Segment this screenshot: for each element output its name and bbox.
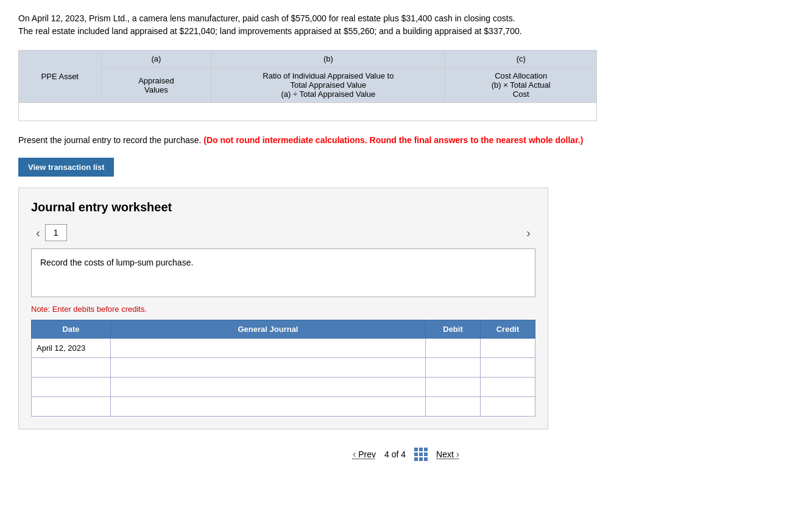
grid-icon[interactable] — [414, 448, 428, 461]
table-row — [32, 378, 535, 397]
prev-label[interactable]: Prev — [358, 449, 376, 459]
worksheet-title: Journal entry worksheet — [31, 200, 535, 214]
col-b-sub: Ratio of Individual Appraised Value toTo… — [211, 68, 445, 103]
ppe-allocation-table: PPE Asset (a) (b) (c) AppraisedValues Ra… — [18, 50, 597, 121]
intro-line1: On April 12, 2023, Prism Ltd., a camera … — [18, 13, 515, 23]
date-cell-2 — [32, 358, 111, 378]
debit-input-4[interactable] — [426, 397, 480, 416]
credit-cell-3[interactable] — [481, 378, 535, 397]
credit-cell-2[interactable] — [481, 358, 535, 378]
debit-cell-3[interactable] — [426, 378, 481, 397]
debit-cell-4[interactable] — [426, 397, 481, 417]
prev-chevron-icon: ‹ — [353, 449, 356, 459]
col-c-sub: Cost Allocation(b) × Total ActualCost — [445, 68, 597, 103]
table-row — [32, 397, 535, 417]
col-a-sub: AppraisedValues — [101, 68, 211, 103]
journal-input-1[interactable] — [111, 339, 425, 357]
next-chevron-icon: › — [456, 449, 459, 459]
general-journal-header: General Journal — [111, 320, 426, 339]
date-column-header: Date — [32, 320, 111, 339]
red-instruction: (Do not round intermediate calculations.… — [203, 135, 583, 145]
credit-header: Credit — [481, 320, 535, 339]
debit-header: Debit — [426, 320, 481, 339]
table-row: April 12, 2023 — [32, 339, 535, 358]
journal-table: Date General Journal Debit Credit April … — [31, 320, 535, 417]
next-page-arrow[interactable]: › — [521, 226, 535, 240]
journal-entry-worksheet: Journal entry worksheet ‹ › Record the c… — [18, 188, 548, 429]
credit-input-3[interactable] — [481, 378, 535, 396]
credit-input-4[interactable] — [481, 397, 535, 416]
prev-page-arrow[interactable]: ‹ — [31, 226, 45, 240]
intro-paragraph: On April 12, 2023, Prism Ltd., a camera … — [18, 12, 597, 38]
journal-input-2[interactable] — [111, 358, 425, 377]
debit-cell-1[interactable] — [426, 339, 481, 358]
instruction-box: Record the costs of lump-sum purchase. — [31, 248, 535, 297]
col-a-header: (a) — [101, 51, 211, 68]
next-label[interactable]: Next — [436, 449, 454, 459]
ppe-asset-header: PPE Asset — [19, 51, 102, 103]
date-cell-4 — [32, 397, 111, 417]
instruction-text: Present the journal entry to record the … — [18, 133, 597, 147]
credit-cell-1[interactable] — [481, 339, 535, 358]
page-current: 4 — [384, 449, 389, 459]
intro-line2: The real estate included land appraised … — [18, 26, 522, 36]
debit-input-3[interactable] — [426, 378, 480, 396]
page-number-input[interactable] — [45, 224, 67, 241]
date-cell-1: April 12, 2023 — [32, 339, 111, 358]
credit-cell-4[interactable] — [481, 397, 535, 417]
of-label: of — [392, 449, 399, 459]
worksheet-navigation: ‹ › — [31, 224, 535, 241]
col-c-header: (c) — [445, 51, 597, 68]
col-b-header: (b) — [211, 51, 445, 68]
journal-cell-3[interactable] — [111, 378, 426, 397]
table-row — [32, 358, 535, 378]
debit-input-2[interactable] — [426, 358, 480, 377]
next-link[interactable]: Next › — [436, 449, 459, 460]
debit-cell-2[interactable] — [426, 358, 481, 378]
page-info: 4 of 4 — [384, 449, 406, 459]
journal-cell-2[interactable] — [111, 358, 426, 378]
worksheet-description: Record the costs of lump-sum purchase. — [40, 258, 193, 267]
pagination-footer: ‹ Prev 4 of 4 Next › — [18, 448, 794, 461]
debit-input-1[interactable] — [426, 339, 480, 357]
view-transaction-button[interactable]: View transaction list — [18, 158, 114, 177]
note-text: Note: Enter debits before credits. — [31, 304, 535, 314]
credit-input-1[interactable] — [481, 339, 535, 357]
credit-input-2[interactable] — [481, 358, 535, 377]
journal-input-3[interactable] — [111, 378, 425, 396]
prev-link[interactable]: ‹ Prev — [353, 449, 376, 460]
page-total: 4 — [401, 449, 406, 459]
journal-cell-4[interactable] — [111, 397, 426, 417]
date-cell-3 — [32, 378, 111, 397]
journal-input-4[interactable] — [111, 397, 425, 416]
journal-cell-1[interactable] — [111, 339, 426, 358]
